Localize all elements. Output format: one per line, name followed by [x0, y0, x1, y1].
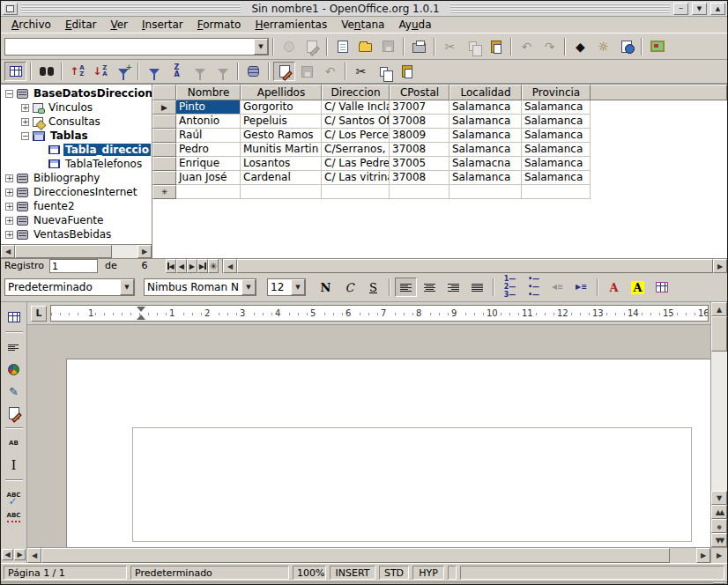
- align-right-button[interactable]: [442, 278, 464, 297]
- autofilter-button[interactable]: +: [112, 62, 134, 81]
- row-header[interactable]: [152, 115, 176, 129]
- highlighting-button[interactable]: A: [627, 278, 649, 297]
- table-row[interactable]: EnriqueLosantosC/ Las Pedre.37005Salamac…: [152, 157, 727, 171]
- new-document-button[interactable]: [331, 37, 353, 56]
- draw-functions-button[interactable]: ✎: [4, 381, 25, 401]
- doc-scroll-left-icon[interactable]: ◀: [27, 548, 41, 563]
- grid-cell[interactable]: Cardenal: [241, 171, 322, 185]
- grid-cell[interactable]: Salamanca: [522, 171, 591, 185]
- scrollbar-corner[interactable]: ▶: [711, 547, 727, 563]
- grid-scrollbar-thumb[interactable]: [237, 259, 713, 273]
- italic-button[interactable]: C: [338, 278, 360, 297]
- font-color-button[interactable]: A: [603, 278, 625, 297]
- indent-marker-icon[interactable]: [137, 315, 145, 320]
- grid-horizontal-scrollbar[interactable]: ◀ ▶: [222, 259, 727, 273]
- find-record-button[interactable]: [35, 62, 57, 81]
- edit-data-button[interactable]: [273, 62, 295, 81]
- grid-cell[interactable]: Pedro: [176, 143, 241, 157]
- auto-spellcheck-button[interactable]: ABC: [4, 507, 25, 527]
- table-row[interactable]: ▶PintoGorgoritoC/ Valle Inclá37007Salama…: [152, 100, 727, 115]
- grid-cell[interactable]: Salamanca: [449, 143, 522, 157]
- tree-expander-icon[interactable]: +: [21, 118, 29, 126]
- tree-scroll-left-icon[interactable]: ◀: [1, 245, 15, 258]
- navigator-button[interactable]: ◆: [569, 37, 591, 56]
- tree-item-basedatosdireccion[interactable]: −BaseDatosDireccion: [1, 86, 152, 100]
- table-data-grid[interactable]: NombreApellidosDireccionCPostalLocalidad…: [152, 85, 727, 258]
- toolbar-scroll-right-icon[interactable]: ▶: [14, 549, 26, 560]
- column-header-direccion[interactable]: Direccion: [322, 85, 390, 100]
- font-name-combobox[interactable]: ▼: [144, 278, 256, 296]
- tree-item-tablatelefonos[interactable]: TablaTelefonos: [1, 157, 152, 171]
- document-vertical-scrollbar[interactable]: ▲ ▼ ▲▲ ● ▼▼ ▶: [710, 302, 727, 563]
- doc-hscrollbar-thumb[interactable]: [41, 548, 670, 563]
- tree-item-direccionesinternet[interactable]: +DireccionesInternet: [1, 185, 152, 199]
- open-button[interactable]: [354, 37, 376, 56]
- document-horizontal-scrollbar[interactable]: ◀ ▶: [27, 547, 710, 563]
- grid-cell-empty[interactable]: [241, 185, 322, 199]
- paragraph-style-combobox[interactable]: ▼: [4, 278, 135, 296]
- grid-cell[interactable]: Salamanca: [522, 157, 591, 171]
- spellcheck-button[interactable]: ABC: [4, 485, 25, 505]
- tree-item-ventasbebidas[interactable]: +VentasBebidas: [1, 227, 152, 241]
- paragraph-background-button[interactable]: [650, 278, 672, 297]
- db-paste-button[interactable]: [396, 62, 418, 81]
- grid-cell[interactable]: Salamanca: [449, 129, 522, 143]
- style-dropdown-icon[interactable]: ▼: [120, 279, 134, 295]
- toolbar-scroll-left-icon[interactable]: ◀: [2, 549, 13, 560]
- table-row[interactable]: PedroMunitis MartinC/Serranos, r37008Sal…: [152, 143, 727, 157]
- tree-expander-icon[interactable]: +: [5, 189, 13, 196]
- grid-cell-empty[interactable]: [322, 185, 390, 199]
- new-record-marker-icon[interactable]: ✳: [152, 185, 176, 199]
- doc-scroll-up-icon[interactable]: ▲: [711, 302, 727, 316]
- table-row[interactable]: RaúlGesto RamosC/ Los Percebe38009Salama…: [152, 129, 727, 143]
- column-header-apellidos[interactable]: Apellidos: [241, 85, 322, 100]
- grid-cell-empty[interactable]: [522, 185, 591, 199]
- font-size-combobox[interactable]: ▼: [267, 278, 306, 296]
- insert-button[interactable]: [4, 337, 25, 357]
- insert-table-button[interactable]: [4, 307, 25, 327]
- menu-ver[interactable]: Ver: [103, 18, 135, 32]
- hyperlink-button[interactable]: [615, 37, 637, 56]
- grid-cell-empty[interactable]: [390, 185, 449, 199]
- next-page-button[interactable]: ▼▼: [711, 533, 727, 547]
- column-header-nombre[interactable]: Nombre: [176, 85, 241, 100]
- grid-cell[interactable]: Juan José: [176, 171, 241, 185]
- horizontal-ruler[interactable]: 11234567891011121314151617: [50, 305, 709, 322]
- grid-cell[interactable]: 37008: [390, 171, 449, 185]
- autotext-button[interactable]: AB: [4, 433, 25, 453]
- status-insert-mode[interactable]: INSERT: [330, 566, 375, 580]
- url-input[interactable]: [5, 39, 254, 55]
- refresh-button[interactable]: [242, 62, 264, 81]
- menu-archivo[interactable]: Archivo: [4, 18, 58, 32]
- indent-marker-icon[interactable]: [137, 307, 145, 312]
- last-record-button[interactable]: ▶: [197, 259, 208, 273]
- tree-expander-icon[interactable]: −: [21, 132, 29, 140]
- grid-cell[interactable]: 37008: [390, 115, 449, 129]
- record-number-input[interactable]: [49, 259, 98, 273]
- tree-item-tabla_direccio[interactable]: Tabla_direccio: [1, 143, 152, 157]
- form-functions-button[interactable]: [4, 404, 25, 423]
- tree-item-nuevafuente[interactable]: +NuevaFuente: [1, 213, 152, 227]
- shade-button[interactable]: ▼: [692, 3, 707, 15]
- paste-button[interactable]: [485, 37, 507, 56]
- menu-ayuda[interactable]: Ayuda: [391, 18, 438, 32]
- menu-herramientas[interactable]: Herramientas: [248, 18, 334, 32]
- table-row[interactable]: AntonioPepeluisC/ Santos Ofi37008Salaman…: [152, 115, 727, 129]
- grid-cell[interactable]: Raúl: [176, 129, 241, 143]
- row-header[interactable]: [152, 157, 176, 171]
- next-record-button[interactable]: ▶: [187, 259, 197, 273]
- doc-scroll-right-icon[interactable]: ▶: [696, 548, 710, 563]
- tree-item-vinculos[interactable]: +Vinculos: [1, 100, 152, 115]
- grid-cell[interactable]: Antonio: [176, 115, 241, 129]
- url-combobox[interactable]: ▼: [4, 38, 269, 56]
- tree-item-consultas[interactable]: +Consultas: [1, 115, 152, 129]
- menu-ventana[interactable]: Ventana: [334, 18, 391, 32]
- align-left-button[interactable]: [395, 278, 417, 297]
- grid-cell[interactable]: Salamanca: [522, 129, 591, 143]
- grid-cell[interactable]: Gorgorito: [241, 100, 322, 115]
- window-menu-button[interactable]: [3, 3, 18, 15]
- grid-cell-empty[interactable]: [449, 185, 522, 199]
- column-header-localidad[interactable]: Localidad: [449, 85, 522, 100]
- paragraph-style-input[interactable]: [5, 279, 120, 295]
- db-cut-button[interactable]: ✂: [350, 62, 372, 81]
